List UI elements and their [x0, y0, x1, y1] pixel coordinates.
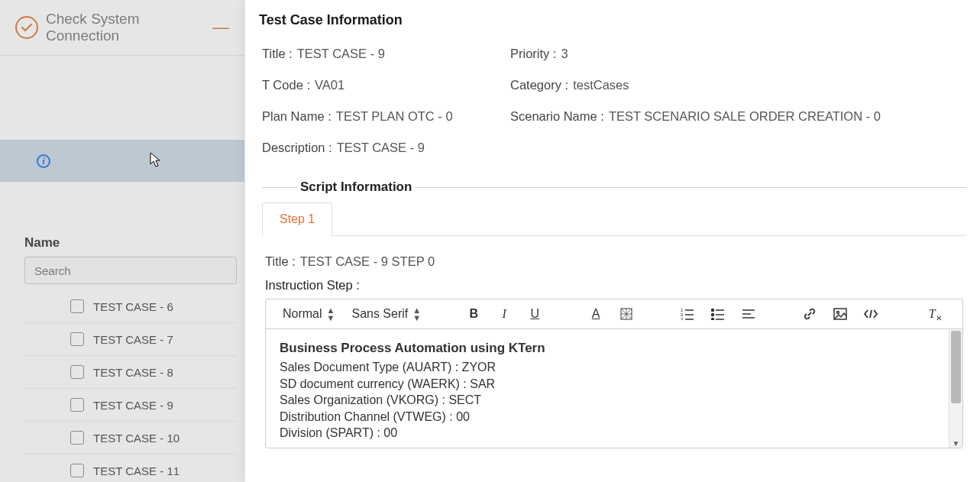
list-item-label: TEST CASE - 9: [93, 399, 173, 412]
check-circle-icon: [15, 16, 38, 39]
checkbox[interactable]: [70, 464, 84, 477]
list-item-label: TEST CASE - 6: [93, 300, 173, 313]
category-value: testCases: [573, 78, 629, 92]
svg-point-17: [837, 312, 839, 314]
link-button[interactable]: [801, 306, 818, 322]
instruction-label: Instruction Step :: [265, 278, 966, 293]
highlight-button[interactable]: [618, 306, 635, 322]
list-item[interactable]: TEST CASE - 10: [24, 422, 237, 455]
desc-label: Description :: [262, 141, 332, 155]
caret-icon: ▲▼: [412, 306, 421, 322]
caret-icon: ▲▼: [327, 306, 335, 322]
editor-line: Sales Document Type (AUART) : ZYOR: [280, 359, 935, 376]
scenario-label: Scenario Name :: [510, 109, 604, 124]
list-item[interactable]: TEST CASE - 7: [24, 323, 237, 356]
step-title-value: TEST CASE - 9 STEP 0: [300, 254, 435, 269]
checkbox[interactable]: [70, 398, 84, 412]
left-header-label: Check System Connection: [46, 11, 205, 44]
divider-line: [415, 187, 966, 188]
left-panel: Check System Connection — i Name TEST CA…: [0, 0, 244, 482]
script-tabs: Step 1: [262, 202, 966, 236]
checkbox[interactable]: [70, 365, 84, 379]
format-select-value: Normal: [283, 307, 322, 321]
editor-toolbar: Normal ▲▼ Sans Serif ▲▼ B I U A: [266, 299, 962, 329]
italic-button[interactable]: I: [496, 306, 513, 322]
editor-line: Distribution Channel (VTWEG) : 00: [280, 409, 935, 425]
tcode-value: VA01: [315, 78, 344, 92]
title-value: TEST CASE - 9: [297, 47, 385, 61]
script-section-label: Script Information: [297, 180, 415, 195]
ordered-list-button[interactable]: 123: [679, 306, 696, 322]
format-select[interactable]: Normal ▲▼: [283, 306, 335, 322]
list-item[interactable]: TEST CASE - 9: [24, 389, 237, 422]
cursor-icon: [150, 152, 162, 169]
search-input[interactable]: [24, 257, 237, 284]
bold-button[interactable]: B: [465, 306, 482, 322]
scenario-value: TEST SCENARIO SALE ORDER CREATION - 0: [609, 109, 881, 124]
underline-button[interactable]: U: [526, 306, 543, 322]
rich-text-editor: Normal ▲▼ Sans Serif ▲▼ B I U A: [265, 299, 963, 448]
scroll-down-icon[interactable]: ▼: [949, 439, 962, 448]
list-item-label: TEST CASE - 7: [93, 333, 173, 346]
category-label: Category :: [510, 78, 568, 92]
svg-point-7: [712, 309, 714, 312]
svg-line-18: [870, 310, 872, 318]
list-item-label: TEST CASE - 8: [93, 366, 173, 379]
list-item[interactable]: TEST CASE - 6: [24, 290, 237, 323]
left-header: Check System Connection —: [0, 0, 244, 56]
plan-value: TEST PLAN OTC - 0: [336, 109, 453, 124]
editor-line: SD document currency (WAERK) : SAR: [280, 376, 935, 393]
tcode-label: T Code :: [262, 78, 310, 92]
divider-line: [262, 187, 297, 188]
align-button[interactable]: [740, 306, 757, 322]
list-item[interactable]: TEST CASE - 8: [24, 356, 237, 389]
name-column-header: Name: [24, 235, 237, 251]
code-button[interactable]: [862, 306, 879, 322]
list-item-label: TEST CASE - 11: [93, 464, 180, 477]
checkbox[interactable]: [70, 332, 84, 346]
test-list: TEST CASE - 6 TEST CASE - 7 TEST CASE - …: [24, 290, 237, 482]
priority-label: Priority :: [510, 47, 557, 61]
title-label: Title :: [262, 47, 293, 61]
editor-headline: Business Process Automation using KTern: [280, 340, 935, 357]
svg-point-11: [712, 319, 714, 321]
editor-content[interactable]: Business Process Automation using KTern …: [266, 329, 949, 448]
editor-line: Sales Organization (VKORG) : SECT: [280, 392, 935, 409]
info-grid: Title :TEST CASE - 9 Priority :3 T Code …: [262, 47, 966, 155]
info-icon: i: [37, 154, 50, 168]
scrollbar-thumb[interactable]: [951, 331, 961, 403]
header-dash: —: [212, 18, 229, 37]
svg-point-9: [712, 314, 714, 316]
list-item-label: TEST CASE - 10: [93, 432, 180, 445]
tab-step1[interactable]: Step 1: [262, 202, 332, 236]
plan-label: Plan Name :: [262, 109, 332, 124]
checkbox[interactable]: [70, 431, 84, 445]
desc-value: TEST CASE - 9: [337, 141, 425, 155]
font-select-value: Sans Serif: [351, 307, 408, 321]
svg-text:3: 3: [681, 317, 684, 320]
editor-scrollbar[interactable]: ▼: [949, 329, 962, 448]
image-button[interactable]: [832, 306, 849, 322]
right-panel: Test Case Information Title :TEST CASE -…: [244, 0, 980, 482]
info-notification-bar[interactable]: i: [0, 140, 244, 182]
clear-format-button[interactable]: T✕: [923, 306, 940, 322]
page-title: Test Case Information: [259, 12, 966, 28]
font-select[interactable]: Sans Serif ▲▼: [351, 306, 421, 322]
bullet-list-button[interactable]: [710, 306, 726, 322]
step-title-label: Title :: [265, 254, 296, 269]
checkbox[interactable]: [70, 299, 84, 313]
editor-line: Division (SPART) : 00: [280, 425, 935, 442]
list-item[interactable]: TEST CASE - 11: [24, 455, 237, 482]
font-color-button[interactable]: A: [587, 306, 604, 322]
priority-value: 3: [561, 47, 568, 61]
